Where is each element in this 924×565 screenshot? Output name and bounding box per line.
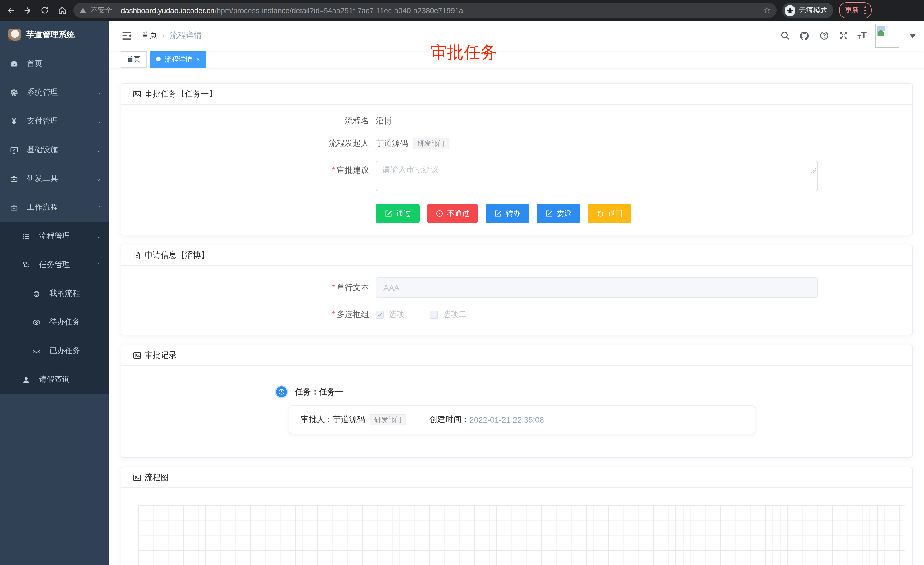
card-header: 流程图 xyxy=(121,467,912,488)
incognito-icon xyxy=(784,5,795,16)
url-path: /bpm/process-instance/detail?id=54aa251f… xyxy=(214,6,463,15)
delegate-button[interactable]: 委派 xyxy=(537,204,580,223)
browser-menu-icon[interactable] xyxy=(864,6,866,14)
checkbox-option-2[interactable]: 选项二 xyxy=(430,310,466,320)
process-name-row: 流程名 滔博 xyxy=(133,116,900,126)
undo-icon xyxy=(596,210,604,218)
checkbox-checked-icon xyxy=(376,311,384,319)
dashboard-icon xyxy=(10,59,18,68)
forward-icon[interactable] xyxy=(22,5,33,16)
app-logo-row[interactable]: 芋道管理系统 xyxy=(0,21,109,50)
tab-process-detail[interactable]: 流程详情 × xyxy=(150,51,206,68)
field-label: 流程发起人 xyxy=(133,138,376,149)
dept-tag: 研发部门 xyxy=(412,138,449,149)
sidebar-item-label: 我的流程 xyxy=(50,288,101,299)
transfer-button[interactable]: 转办 xyxy=(486,204,529,223)
tab-home[interactable]: 首页 xyxy=(120,51,147,68)
broken-image-icon xyxy=(876,25,889,37)
card-body xyxy=(121,488,912,565)
security-label[interactable]: 不安全 xyxy=(91,6,112,15)
sidebar-item-label: 已办任务 xyxy=(50,346,101,356)
sidebar-item-leave-query[interactable]: 请假查询 xyxy=(0,365,109,394)
annotation-title: 审批任务 xyxy=(430,41,497,64)
picture-icon xyxy=(133,473,142,482)
approve-button[interactable]: 通过 xyxy=(376,204,420,223)
text-field-row: *单行文本 xyxy=(133,277,900,298)
warning-icon xyxy=(79,7,87,14)
return-button[interactable]: 退回 xyxy=(588,204,631,223)
help-icon[interactable] xyxy=(818,30,829,41)
workflow-submenu: 流程管理 ⌄ 任务管理 ⌃ 我的流程 xyxy=(0,222,109,394)
approver-value: 芋道源码 xyxy=(333,415,365,425)
fullscreen-icon[interactable] xyxy=(838,30,849,41)
sidebar-item-label: 流程管理 xyxy=(39,231,87,241)
approval-task-card: 审批任务【任务一】 流程名 滔博 流程发起人 芋道源码 研发部门 xyxy=(120,83,912,236)
dept-tag: 研发部门 xyxy=(370,414,406,425)
bookmark-star-icon[interactable]: ☆ xyxy=(763,5,771,15)
sidebar-item-process-mgmt[interactable]: 流程管理 ⌄ xyxy=(0,222,109,250)
chevron-down-icon: ⌄ xyxy=(96,147,101,152)
suggestion-textarea[interactable] xyxy=(376,161,818,191)
sidebar-item-workflow[interactable]: 工作流程 ⌃ xyxy=(0,193,109,222)
breadcrumb-home[interactable]: 首页 xyxy=(141,30,157,41)
active-dot-icon xyxy=(156,57,161,62)
sidebar-item-todo-tasks[interactable]: 待办任务 xyxy=(0,308,109,337)
incognito-badge: 无痕模式 xyxy=(782,3,833,18)
reload-icon[interactable] xyxy=(39,5,51,16)
required-asterisk: * xyxy=(332,282,335,292)
checkbox-label: 选项一 xyxy=(388,310,412,320)
home-icon[interactable] xyxy=(56,5,68,16)
chevron-up-icon: ⌃ xyxy=(96,205,101,210)
card-body: 流程名 滔博 流程发起人 芋道源码 研发部门 *审批建议 xyxy=(121,105,912,235)
sidebar-item-label: 待办任务 xyxy=(50,317,101,327)
monitor-icon xyxy=(10,146,18,154)
app-frame: 芋道管理系统 首页 系统管理 ⌄ ¥ xyxy=(0,21,924,565)
single-line-text-input[interactable] xyxy=(376,277,818,298)
suggestion-row: *审批建议 xyxy=(133,161,900,191)
avatar[interactable] xyxy=(875,24,899,48)
font-size-icon[interactable]: TT xyxy=(857,31,867,40)
toolbox-icon xyxy=(10,174,18,183)
reject-button[interactable]: 不通过 xyxy=(427,204,478,223)
chevron-up-icon: ⌃ xyxy=(96,262,101,267)
sidebar-item-task-mgmt[interactable]: 任务管理 ⌃ xyxy=(0,250,109,279)
sidebar-item-infra[interactable]: 基础设施 ⌄ xyxy=(0,135,109,164)
search-icon[interactable] xyxy=(779,30,790,41)
sidebar-item-system[interactable]: 系统管理 ⌄ xyxy=(0,78,109,107)
briefcase-icon xyxy=(10,203,18,212)
sidebar-item-devtools[interactable]: 研发工具 ⌄ xyxy=(0,164,109,193)
header-tools: TT xyxy=(779,24,916,48)
sidebar-item-label: 支付管理 xyxy=(27,116,87,126)
card-title: 申请信息【滔博】 xyxy=(145,250,209,260)
github-icon[interactable] xyxy=(799,30,810,41)
sidebar-item-label: 工作流程 xyxy=(27,202,87,212)
checkbox-option-1[interactable]: 选项一 xyxy=(376,310,412,320)
chevron-down-icon: ⌄ xyxy=(96,233,101,239)
user-icon xyxy=(22,375,30,384)
update-button[interactable]: 更新 xyxy=(845,6,859,15)
close-icon[interactable]: × xyxy=(196,56,200,63)
chevron-down-icon: ⌄ xyxy=(96,176,101,181)
sidebar-item-payment[interactable]: ¥ 支付管理 ⌄ xyxy=(0,107,109,135)
required-asterisk: * xyxy=(332,165,335,174)
sidebar: 芋道管理系统 首页 系统管理 ⌄ ¥ xyxy=(0,21,109,565)
bpmn-canvas[interactable] xyxy=(138,505,905,565)
edit-icon xyxy=(494,210,502,218)
url-text[interactable]: dashboard.yudao.iocoder.cn/bpm/process-i… xyxy=(121,6,759,15)
card-header: 申请信息【滔博】 xyxy=(121,245,912,266)
avatar-dropdown-caret-icon[interactable] xyxy=(909,34,916,38)
browser-chrome: 不安全 dashboard.yudao.iocoder.cn/bpm/proce… xyxy=(0,0,924,21)
sidebar-item-label: 研发工具 xyxy=(27,173,87,184)
eye-open-icon xyxy=(32,318,41,326)
back-icon[interactable] xyxy=(4,5,16,16)
update-menu-pill[interactable]: 更新 xyxy=(839,2,872,18)
checkbox-unchecked-icon xyxy=(430,311,438,319)
url-bar[interactable]: 不安全 dashboard.yudao.iocoder.cn/bpm/proce… xyxy=(74,3,777,18)
edit-icon xyxy=(384,210,393,218)
checkbox-group-row: *多选框组 选项一 选项二 xyxy=(133,310,900,320)
sidebar-item-my-process[interactable]: 我的流程 xyxy=(0,279,109,308)
sidebar-item-done-tasks[interactable]: 已办任务 xyxy=(0,337,109,365)
gear-icon xyxy=(10,88,18,97)
sidebar-item-home[interactable]: 首页 xyxy=(0,50,109,78)
sidebar-collapse-icon[interactable] xyxy=(120,30,132,41)
